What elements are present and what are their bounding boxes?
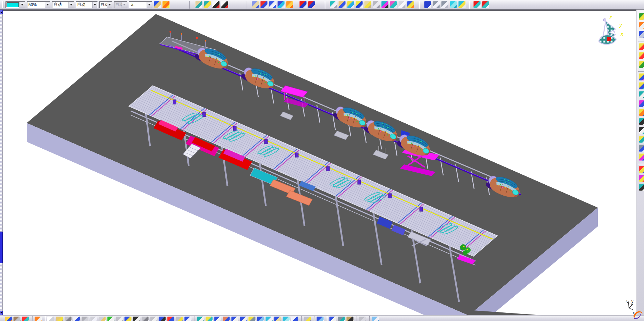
fly-mode-icon[interactable] [197, 317, 204, 321]
magic-wand-sphere-icon[interactable] [162, 1, 170, 8]
viewport-3d[interactable]: z y x z y x [3, 10, 636, 315]
left-scrollbar[interactable] [0, 10, 3, 315]
eraser-prism-icon[interactable] [458, 1, 466, 8]
star-burst-icon[interactable] [286, 1, 293, 8]
sphere-gray-icon[interactable] [150, 317, 157, 321]
sim-chart-3-icon[interactable] [639, 61, 644, 68]
curve-gray-icon[interactable] [398, 1, 406, 8]
measure-poly-icon[interactable] [372, 317, 379, 321]
chevron-down-icon[interactable] [45, 2, 50, 8]
open-folder-icon[interactable] [56, 317, 63, 321]
lock-gray-icon[interactable] [176, 317, 183, 321]
screen-capture-icon[interactable] [184, 317, 191, 321]
arc-letter-icon[interactable] [441, 1, 448, 8]
curve-c-icon[interactable] [133, 317, 140, 321]
setsquare-one-icon[interactable] [356, 1, 363, 8]
gear-blue-icon[interactable] [639, 31, 644, 38]
normal-view-icon[interactable] [248, 317, 256, 321]
robot-flag-1-icon[interactable] [299, 1, 307, 8]
pointer-orange-icon[interactable] [639, 22, 644, 29]
tool-pink-icon[interactable] [390, 1, 397, 8]
gripper-cube-icon[interactable] [639, 175, 644, 182]
eye-gray-icon[interactable] [141, 317, 149, 321]
robot-gray-icon[interactable] [639, 145, 644, 152]
gears-star-2-icon[interactable] [639, 82, 644, 89]
view-cube-icon[interactable] [338, 1, 346, 8]
shade-box-2-icon[interactable] [283, 317, 290, 321]
mouse-3d-icon[interactable] [330, 1, 337, 8]
doc-pen-icon[interactable] [73, 317, 80, 321]
render-camera-icon[interactable] [13, 317, 21, 321]
datum-measure-icon[interactable] [167, 317, 174, 321]
sim-chart-2-icon[interactable] [639, 52, 644, 59]
list-teal-2-icon[interactable] [639, 184, 644, 191]
help-pointer-icon[interactable] [124, 317, 132, 321]
door-panel-icon[interactable] [204, 1, 211, 8]
robot-magenta-icon[interactable] [639, 100, 644, 107]
auto-combo-1[interactable]: 自动 [52, 1, 74, 8]
chevron-down-icon[interactable] [92, 2, 97, 8]
arc-curve-icon[interactable] [433, 1, 440, 8]
cut-disabled-icon[interactable] [82, 317, 89, 321]
zoom-in-icon[interactable] [231, 317, 238, 321]
swoosh-cyan-icon[interactable] [450, 1, 457, 8]
zoom-out-icon[interactable] [240, 317, 247, 321]
link-nodes-icon[interactable] [639, 109, 644, 116]
iso-view-icon[interactable] [265, 317, 273, 321]
chevron-down-icon[interactable] [69, 2, 74, 8]
sim-chart-1-icon[interactable] [639, 43, 644, 50]
chevron-down-icon[interactable] [147, 2, 152, 8]
pan-view-icon[interactable] [214, 317, 221, 321]
move-cross-orange-icon[interactable] [35, 317, 42, 321]
goggles-parts-icon[interactable] [252, 1, 259, 8]
fly-path-icon[interactable] [317, 317, 324, 321]
paperclip-icon[interactable] [373, 1, 380, 8]
gears-star-1-icon[interactable] [639, 73, 644, 81]
scene-3d[interactable]: z y x z y x [3, 10, 636, 315]
paste-icon[interactable] [99, 317, 106, 321]
print-icon[interactable] [64, 317, 72, 321]
gear-snowflake-icon[interactable] [407, 1, 414, 8]
scroll-down-button[interactable] [0, 311, 3, 315]
process-tree-icon[interactable] [212, 1, 220, 8]
text-frame-icon[interactable] [639, 127, 644, 134]
color-combo[interactable] [5, 1, 25, 8]
expand-4way-icon[interactable] [269, 1, 276, 8]
list-teal-icon[interactable] [639, 118, 644, 125]
user-profile-icon[interactable] [346, 317, 354, 321]
camera-capture-icon[interactable] [338, 317, 345, 321]
globe-star-icon[interactable] [5, 317, 12, 321]
process-tree-red-icon[interactable] [221, 1, 228, 8]
robot-tool-icon[interactable] [277, 1, 285, 8]
new-document-icon[interactable] [47, 317, 54, 321]
sketch-pad-icon[interactable] [381, 1, 388, 8]
hide-show-icon[interactable] [304, 317, 311, 321]
paint-brush-icon[interactable] [154, 1, 161, 8]
point-blue-icon[interactable] [424, 1, 431, 8]
camera-view-box-icon[interactable] [195, 1, 202, 8]
auto-combo-3[interactable]: 自动 [99, 1, 112, 8]
circle-disabled-icon[interactable] [359, 317, 366, 321]
shade-box-1-icon[interactable] [274, 317, 281, 321]
fit-view-icon[interactable] [206, 317, 213, 321]
box-3d-red-icon[interactable] [22, 317, 29, 321]
pick-box-2-icon[interactable] [482, 1, 489, 8]
robot-eye-icon[interactable] [260, 1, 268, 8]
robot-flag-2-icon[interactable] [308, 1, 315, 8]
redo-disabled-icon[interactable] [116, 317, 123, 321]
box-red-yellow-icon[interactable] [639, 166, 644, 173]
toolbar-grip[interactable] [2, 1, 3, 8]
swap-arrows-icon[interactable] [329, 317, 336, 321]
multi-view-icon[interactable] [257, 317, 264, 321]
gears-pair-icon[interactable] [639, 153, 644, 161]
chevron-down-icon[interactable] [20, 2, 25, 8]
none-combo[interactable]: 无 [129, 1, 152, 8]
scrollbar-thumb[interactable] [0, 232, 3, 263]
undo-green-icon[interactable] [107, 317, 114, 321]
rotate-view-icon[interactable] [223, 317, 230, 321]
scroll-up-button[interactable] [0, 10, 3, 14]
zoom-level-combo[interactable]: 50% [27, 1, 50, 8]
shade-box-3-icon[interactable] [291, 317, 298, 321]
gears-green-icon[interactable] [639, 13, 644, 20]
stack-yellow-icon[interactable] [639, 136, 644, 143]
